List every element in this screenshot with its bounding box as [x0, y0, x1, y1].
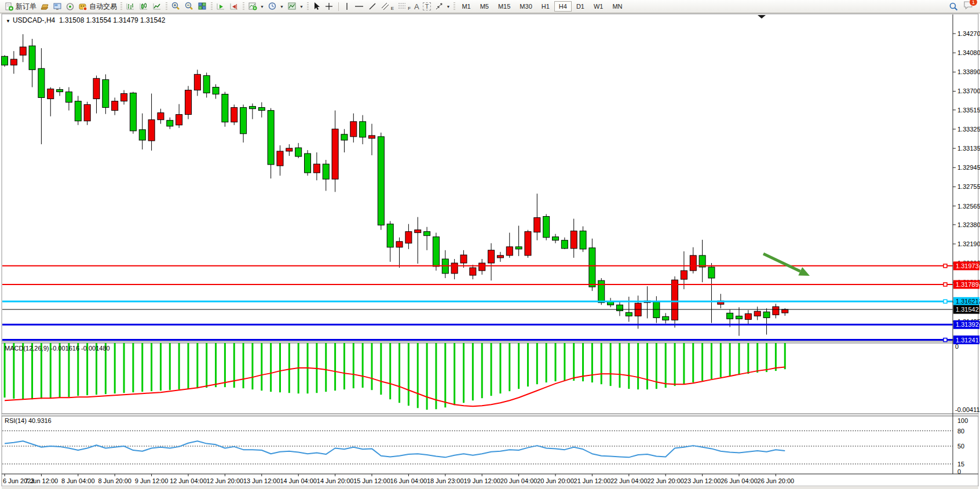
candle-down: [763, 312, 770, 318]
new-order-label: 新订单: [16, 2, 36, 12]
chart-title: ▼USDCAD-,H4 1.31508 1.31554 1.31479 1.31…: [6, 16, 165, 24]
candle-up: [415, 230, 421, 233]
candle-down: [387, 224, 393, 247]
candle-up: [534, 218, 540, 232]
zoom-in-button[interactable]: [169, 1, 182, 12]
crosshair-button[interactable]: [323, 1, 335, 12]
panel-divider[interactable]: [2, 414, 978, 416]
rsi-axis-label: 50: [957, 443, 964, 450]
timeframe-h4[interactable]: H4: [554, 1, 572, 12]
candle-down: [167, 121, 173, 126]
candle-down: [553, 237, 559, 240]
trendline-icon: [368, 2, 377, 11]
candle-down: [57, 90, 63, 92]
chart-shift-button[interactable]: [228, 1, 241, 12]
text-label-icon: T: [423, 2, 432, 10]
candle-up: [286, 148, 292, 151]
search-icon[interactable]: [949, 2, 959, 12]
support-line-cyan-price-label: 1.31621: [956, 298, 979, 305]
auto-trading-icon: [78, 2, 87, 11]
bar-chart-icon: [126, 2, 136, 11]
text-label-button[interactable]: T: [421, 1, 433, 12]
new-order-button[interactable]: 新订单: [3, 1, 38, 12]
time-tick-label: 22 Jun 20:00: [647, 477, 684, 484]
fibonacci-button[interactable]: F: [396, 1, 412, 12]
chart-area[interactable]: 1.342701.340801.338901.337001.335151.333…: [0, 0, 980, 489]
notification-badge: 1: [969, 0, 978, 6]
main-toolbar: 新订单 自动交易 ▼ ▼: [0, 0, 980, 13]
candle-up: [332, 129, 338, 179]
price-tick-label: 1.32945: [957, 164, 980, 171]
timeframe-h1[interactable]: H1: [537, 1, 554, 12]
text-button[interactable]: A: [412, 1, 421, 12]
chevron-down-icon: ▼: [280, 5, 284, 9]
templates-button[interactable]: ▼: [286, 1, 305, 12]
time-tick-label: 22 Jun 04:00: [610, 477, 648, 484]
vertical-line-button[interactable]: [342, 1, 352, 12]
candle-down: [360, 122, 366, 137]
horizontal-line-button[interactable]: [352, 1, 366, 12]
chart-menu-arrow[interactable]: ▼: [6, 19, 10, 24]
candle-down: [616, 305, 623, 311]
timeframe-m1[interactable]: M1: [457, 1, 475, 12]
time-tick-label: 26 Jun 20:00: [758, 477, 795, 484]
support-line-cyan-handle[interactable]: [944, 300, 947, 303]
resistance-line-upper-price-label: 1.31973: [956, 262, 979, 269]
candle-up: [451, 263, 458, 273]
periods-button[interactable]: ▼: [266, 1, 286, 12]
news-button[interactable]: [64, 1, 76, 12]
candle-up: [350, 122, 357, 137]
candle-down: [240, 108, 247, 134]
candle-down: [736, 316, 743, 319]
indicators-button[interactable]: ▼: [246, 1, 266, 12]
equidistant-channel-button[interactable]: E: [379, 1, 396, 12]
candle-up: [158, 113, 164, 120]
candle-down: [38, 68, 45, 97]
line-chart-button[interactable]: [151, 1, 164, 12]
candle-down: [249, 107, 255, 109]
resistance-line-upper-handle[interactable]: [944, 264, 947, 268]
terminal-button[interactable]: [51, 1, 64, 12]
profiles-button[interactable]: [38, 1, 51, 12]
horizontal-scrollbar[interactable]: [2, 486, 978, 489]
candle-up: [690, 256, 696, 271]
resistance-line-lower-handle[interactable]: [944, 283, 947, 286]
timeframe-w1[interactable]: W1: [589, 1, 608, 12]
bar-chart-button[interactable]: [124, 1, 137, 12]
time-tick-label: 7 Jun 12:00: [25, 477, 58, 484]
time-tick-label: 23 Jun 12:00: [684, 477, 721, 484]
channel-icon-label: E: [391, 6, 394, 11]
candle-up: [148, 120, 155, 141]
time-tick-label: 20 Jun 20:00: [537, 477, 574, 484]
candle-up: [470, 268, 476, 275]
time-tick-label: 20 Jun 04:00: [500, 477, 537, 484]
timeframe-m15[interactable]: M15: [493, 1, 515, 12]
support-line-blue-lower-handle[interactable]: [944, 338, 947, 342]
price-tick-label: 1.32190: [957, 240, 980, 247]
cursor-button[interactable]: [310, 1, 323, 12]
time-tick-label: 16 Jun 04:00: [390, 477, 427, 484]
indicators-icon: [248, 2, 258, 11]
candle-down: [213, 87, 219, 94]
macd-indicator-label: MACD(12,26,9) -0.001616 -0.001480: [5, 345, 110, 352]
trendline-button[interactable]: [366, 1, 379, 12]
equidistant-channel-icon: [381, 2, 391, 11]
zoom-out-button[interactable]: [182, 1, 196, 12]
time-tick-label: 8 Jun 04:00: [61, 477, 95, 484]
rsi-axis-label: 15: [957, 461, 964, 468]
auto-trading-button[interactable]: 自动交易: [76, 1, 119, 12]
price-tick-label: 1.32755: [957, 183, 980, 190]
tile-windows-button[interactable]: [196, 1, 209, 12]
timeframe-mn[interactable]: MN: [608, 1, 627, 12]
timeframe-m30[interactable]: M30: [515, 1, 536, 12]
fibonacci-icon-label: F: [408, 6, 411, 11]
candle-up: [405, 232, 412, 243]
candlestick-chart-button[interactable]: [137, 1, 151, 12]
candle-down: [130, 93, 136, 130]
arrows-button[interactable]: ▼: [433, 1, 452, 12]
timeframe-d1[interactable]: D1: [572, 1, 589, 12]
chat-button[interactable]: 1: [963, 1, 974, 12]
timeframe-m5[interactable]: M5: [476, 1, 493, 12]
auto-scroll-button[interactable]: [214, 1, 228, 12]
candle-up: [47, 89, 54, 98]
